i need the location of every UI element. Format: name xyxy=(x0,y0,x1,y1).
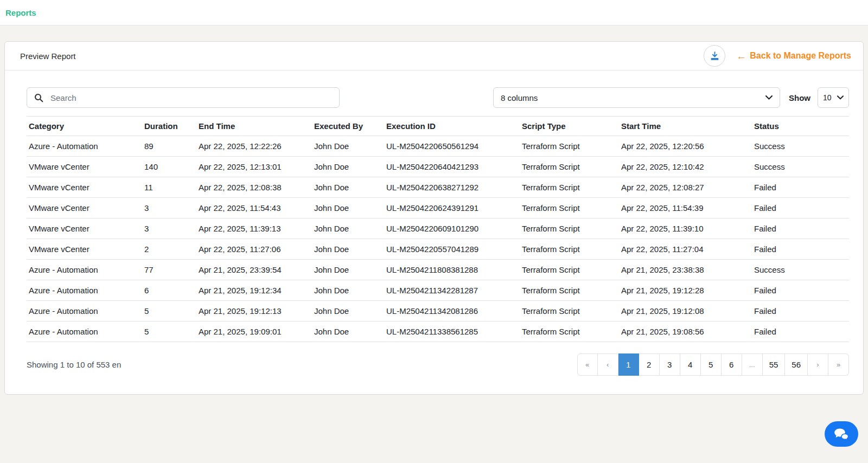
cell-executed-by: John Doe xyxy=(312,198,384,218)
cell-start-time: Apr 22, 2025, 12:08:27 xyxy=(619,177,752,198)
page-4-button[interactable]: 4 xyxy=(680,353,701,376)
cell-start-time: Apr 21, 2025, 19:12:28 xyxy=(619,280,752,301)
cell-start-time: Apr 22, 2025, 11:54:39 xyxy=(619,198,752,218)
cell-end-time: Apr 21, 2025, 19:12:13 xyxy=(196,301,312,321)
prev-page-button[interactable]: ‹ xyxy=(598,353,618,376)
cell-category: Azure - Automation xyxy=(27,301,142,321)
cell-status: Failed xyxy=(752,218,849,239)
page-55-button[interactable]: 55 xyxy=(763,353,786,376)
cell-duration: 2 xyxy=(142,239,196,260)
chat-button[interactable] xyxy=(825,421,858,447)
cell-execution-id: UL-M2504211342081286 xyxy=(384,301,520,321)
cell-status: Failed xyxy=(752,198,849,218)
page-2-button[interactable]: 2 xyxy=(639,353,660,376)
cell-category: VMware vCenter xyxy=(27,198,142,218)
cell-status: Failed xyxy=(752,239,849,260)
column-header-duration: Duration xyxy=(142,117,196,136)
cell-executed-by: John Doe xyxy=(312,218,384,239)
column-header-status: Status xyxy=(752,117,849,136)
cell-executed-by: John Doe xyxy=(312,260,384,280)
cell-end-time: Apr 22, 2025, 12:13:01 xyxy=(196,157,312,177)
cell-execution-id: UL-M2504220650561294 xyxy=(384,136,520,157)
card-header: Preview Report ← Back to Manage Reports xyxy=(5,42,863,70)
table-row: VMware vCenter3Apr 22, 2025, 11:54:43Joh… xyxy=(27,198,849,218)
cell-executed-by: John Doe xyxy=(312,301,384,321)
cell-duration: 11 xyxy=(142,177,196,198)
back-link-label: Back to Manage Reports xyxy=(750,51,851,61)
table-header-row: CategoryDurationEnd TimeExecuted ByExecu… xyxy=(27,117,849,136)
download-icon xyxy=(710,51,720,61)
table-row: VMware vCenter11Apr 22, 2025, 12:08:38Jo… xyxy=(27,177,849,198)
cell-status: Failed xyxy=(752,177,849,198)
chevron-down-icon xyxy=(765,95,773,100)
page-5-button[interactable]: 5 xyxy=(701,353,722,376)
cell-start-time: Apr 22, 2025, 12:20:56 xyxy=(619,136,752,157)
cell-script-type: Terraform Script xyxy=(520,301,619,321)
cell-execution-id: UL-M2504220640421293 xyxy=(384,157,520,177)
back-to-manage-reports-link[interactable]: ← Back to Manage Reports xyxy=(736,51,851,61)
column-header-script-type: Script Type xyxy=(520,117,619,136)
cell-status: Failed xyxy=(752,321,849,342)
cell-script-type: Terraform Script xyxy=(520,198,619,218)
cell-category: VMware vCenter xyxy=(27,239,142,260)
cell-script-type: Terraform Script xyxy=(520,239,619,260)
cell-end-time: Apr 21, 2025, 23:39:54 xyxy=(196,260,312,280)
page-size-value: 10 xyxy=(823,93,832,102)
search-box xyxy=(27,87,340,108)
cell-status: Failed xyxy=(752,301,849,321)
cell-duration: 5 xyxy=(142,321,196,342)
cell-category: Azure - Automation xyxy=(27,280,142,301)
cell-execution-id: UL-M2504220638271292 xyxy=(384,177,520,198)
page-size-select[interactable]: 10 xyxy=(818,87,849,108)
cell-start-time: Apr 22, 2025, 12:10:42 xyxy=(619,157,752,177)
chat-icon xyxy=(833,427,850,441)
cell-duration: 5 xyxy=(142,301,196,321)
cell-script-type: Terraform Script xyxy=(520,260,619,280)
page-6-button[interactable]: 6 xyxy=(722,353,742,376)
column-header-executed-by: Executed By xyxy=(312,117,384,136)
download-button[interactable] xyxy=(704,45,725,67)
cell-execution-id: UL-M2504211808381288 xyxy=(384,260,520,280)
next-page-button[interactable]: › xyxy=(808,353,828,376)
cell-end-time: Apr 22, 2025, 12:22:26 xyxy=(196,136,312,157)
card-title: Preview Report xyxy=(20,52,76,61)
cell-category: Azure - Automation xyxy=(27,260,142,280)
cell-start-time: Apr 21, 2025, 23:38:38 xyxy=(619,260,752,280)
cell-status: Success xyxy=(752,136,849,157)
cell-end-time: Apr 22, 2025, 11:54:43 xyxy=(196,198,312,218)
cell-end-time: Apr 22, 2025, 11:39:13 xyxy=(196,218,312,239)
cell-status: Success xyxy=(752,157,849,177)
last-page-button[interactable]: » xyxy=(828,353,849,376)
columns-select[interactable]: 8 columns xyxy=(493,87,780,108)
back-arrow-icon: ← xyxy=(736,51,746,61)
first-page-button[interactable]: « xyxy=(577,353,598,376)
table-row: Azure - Automation5Apr 21, 2025, 19:09:0… xyxy=(27,321,849,342)
page-56-button[interactable]: 56 xyxy=(785,353,808,376)
cell-start-time: Apr 21, 2025, 19:08:56 xyxy=(619,321,752,342)
cell-executed-by: John Doe xyxy=(312,177,384,198)
cell-duration: 140 xyxy=(142,157,196,177)
table-row: VMware vCenter3Apr 22, 2025, 11:39:13Joh… xyxy=(27,218,849,239)
cell-executed-by: John Doe xyxy=(312,280,384,301)
topbar: Reports xyxy=(0,0,868,25)
cell-script-type: Terraform Script xyxy=(520,321,619,342)
cell-script-type: Terraform Script xyxy=(520,157,619,177)
page-ellipsis-button[interactable]: ... xyxy=(742,353,763,376)
page-title: Reports xyxy=(5,8,36,17)
cell-executed-by: John Doe xyxy=(312,321,384,342)
table-row: Azure - Automation77Apr 21, 2025, 23:39:… xyxy=(27,260,849,280)
cell-duration: 89 xyxy=(142,136,196,157)
table-row: Azure - Automation5Apr 21, 2025, 19:12:1… xyxy=(27,301,849,321)
column-header-category: Category xyxy=(27,117,142,136)
page-3-button[interactable]: 3 xyxy=(660,353,680,376)
column-header-end-time: End Time xyxy=(196,117,312,136)
page-1-button[interactable]: 1 xyxy=(618,353,639,376)
show-label: Show xyxy=(789,93,810,102)
cell-script-type: Terraform Script xyxy=(520,218,619,239)
cell-category: VMware vCenter xyxy=(27,157,142,177)
cell-executed-by: John Doe xyxy=(312,136,384,157)
cell-duration: 6 xyxy=(142,280,196,301)
cell-execution-id: UL-M2504220624391291 xyxy=(384,198,520,218)
search-input[interactable] xyxy=(49,93,332,103)
cell-category: Azure - Automation xyxy=(27,136,142,157)
